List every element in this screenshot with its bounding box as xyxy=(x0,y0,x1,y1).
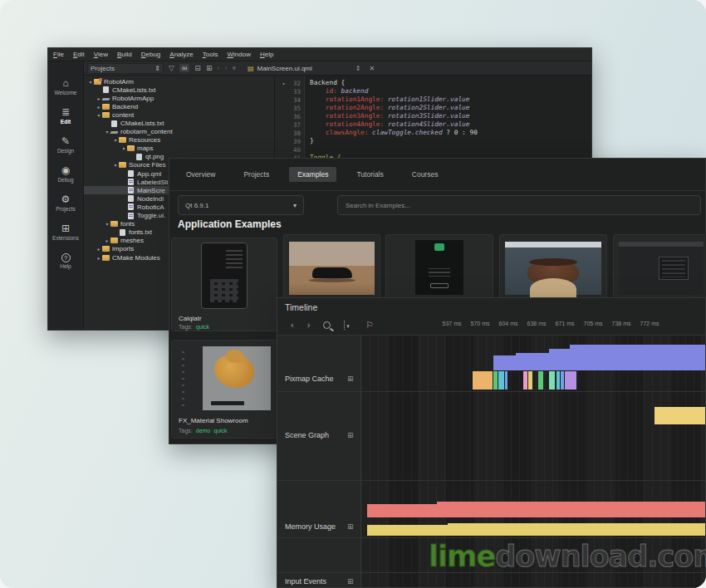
tag-quick[interactable]: quick xyxy=(213,428,227,434)
line-number: 32 xyxy=(287,80,304,87)
sidebar-item-help[interactable]: ? Help xyxy=(48,247,83,276)
sidebar-item-extensions[interactable]: ⊞ Extensions xyxy=(48,218,83,247)
tree-row-resources[interactable]: ▾ Resources xyxy=(84,136,274,145)
thumbnail-part xyxy=(430,283,449,288)
tree-row-backend[interactable]: ▸ Backend xyxy=(84,102,274,110)
tree-row-robotarm-content[interactable]: ▾ robotarm_content xyxy=(84,128,274,136)
example-card-calqlatr[interactable]: Calqlatr Tags:quick xyxy=(171,238,277,331)
pixmap-cache-load-bar xyxy=(516,353,549,370)
menu-item-view[interactable]: View xyxy=(94,51,108,58)
tree-arrow-icon[interactable]: ▸ xyxy=(96,104,102,110)
help-icon: ? xyxy=(61,253,71,262)
example-card-fx-material-showroom[interactable]: FX_Material Showroom Tags:demoquick xyxy=(171,340,277,439)
expand-row-icon[interactable]: ⊞ xyxy=(347,375,354,383)
zoom-icon[interactable] xyxy=(323,321,331,329)
mode-label: Help xyxy=(60,263,71,269)
split-minus-icon[interactable]: ⊟ xyxy=(194,64,201,72)
menu-item-tools[interactable]: Tools xyxy=(203,51,218,58)
thumbnail-part xyxy=(226,250,243,268)
menu-item-file[interactable]: File xyxy=(53,51,64,58)
gutter-row: 37 xyxy=(275,120,304,129)
tree-item-label: qt.png xyxy=(145,153,164,160)
expand-row-icon[interactable]: ⊞ xyxy=(347,522,354,531)
tree-row-robotarmapp[interactable]: ▸ RobotArmApp xyxy=(84,94,274,102)
tree-arrow-icon[interactable]: ▾ xyxy=(120,145,127,151)
fold-marker-icon[interactable]: ▾ xyxy=(280,81,287,86)
tab-tools: ⇕ ✕ xyxy=(355,65,375,72)
tab-overview[interactable]: Overview xyxy=(178,167,223,182)
tab-tutorials[interactable]: Tutorials xyxy=(348,167,391,182)
sidebar-item-projects[interactable]: ⚙ Projects xyxy=(48,189,83,218)
projects-selector[interactable]: Projects ⇕ xyxy=(87,63,164,74)
tree-item-icon xyxy=(102,112,110,118)
tab-examples[interactable]: Examples xyxy=(289,167,336,182)
menu-item-edit[interactable]: Edit xyxy=(73,51,85,58)
tag-demo[interactable]: demo xyxy=(196,428,211,434)
example-tags: Tags:quick xyxy=(179,324,209,330)
nav-dropdown-icon[interactable]: ▾ xyxy=(232,64,236,72)
tree-item-label: LabeledSli xyxy=(137,179,168,186)
tag-quick[interactable]: quick xyxy=(196,324,209,330)
tree-arrow-icon[interactable]: ▾ xyxy=(112,137,119,143)
tree-arrow-icon[interactable]: ▾ xyxy=(104,129,110,135)
menu-item-build[interactable]: Build xyxy=(117,51,132,58)
link-sync-icon[interactable]: ∞ xyxy=(179,64,189,72)
menu-item-help[interactable]: Help xyxy=(260,51,273,58)
tree-arrow-icon[interactable]: ▸ xyxy=(96,255,102,261)
timeline-next-icon[interactable]: › xyxy=(307,320,311,330)
menu-item-analyze[interactable]: Analyze xyxy=(169,51,193,58)
example-title: FX_Material Showroom xyxy=(179,417,248,424)
example-title: Calqlatr xyxy=(179,315,202,322)
editor-tab[interactable]: ▤ MainScreen.ui.qml xyxy=(248,65,312,72)
sidebar-item-debug[interactable]: ◉ Debug xyxy=(48,159,83,189)
sidebar-item-design[interactable]: ✎ Design xyxy=(48,130,83,159)
line-number: 36 xyxy=(287,113,304,120)
code-line: rotation4Angle: rotation4Slider.value xyxy=(310,120,478,129)
tree-row-content[interactable]: ▾ content xyxy=(84,110,274,119)
thumbnail-part xyxy=(211,401,244,405)
code-token: ? 0 : 90 xyxy=(443,129,478,136)
tree-row-cmakelists-txt[interactable]: CMakeLists.txt xyxy=(84,86,274,94)
flag-filter-icon[interactable]: ⚐ xyxy=(365,320,374,330)
mode-label: Extensions xyxy=(52,235,79,241)
tree-arrow-icon[interactable]: ▾ xyxy=(87,79,94,85)
tree-row-robotarm[interactable]: ▾ RobotArm xyxy=(84,77,274,86)
thumbnail-part xyxy=(226,350,244,363)
split-plus-icon[interactable]: ⊞ xyxy=(206,64,213,72)
pixmap-cache-event xyxy=(523,371,527,390)
tab-close-icon[interactable]: ✕ xyxy=(369,65,375,72)
menu-item-window[interactable]: Window xyxy=(227,51,250,58)
tree-row-cmakelists-txt[interactable]: CMakeLists.txt xyxy=(84,119,274,127)
tree-arrow-icon[interactable]: ▾ xyxy=(112,162,119,168)
timeline-prev-icon[interactable]: ‹ xyxy=(291,320,294,330)
code-line: id: backend xyxy=(310,87,478,96)
filter-icon[interactable]: ▽ xyxy=(169,64,174,72)
expand-row-icon[interactable]: ⊞ xyxy=(347,431,354,439)
pixmap-cache-event xyxy=(549,371,555,390)
tree-item-icon xyxy=(110,221,118,227)
gutter-row: 40 xyxy=(275,145,304,154)
menu-item-debug[interactable]: Debug xyxy=(141,51,161,58)
ide-toolbar: Projects ⇕ ▽ ∞ ⊟ ⊞ ‹ › ▾ ▤ MainScreen.ui… xyxy=(84,61,591,76)
nav-back-icon[interactable]: ‹ xyxy=(217,64,219,72)
tab-projects[interactable]: Projects xyxy=(235,167,277,182)
tree-arrow-icon[interactable]: ▸ xyxy=(96,246,102,252)
qt-version-dropdown[interactable]: Qt 6.9.1 ▾ xyxy=(178,195,304,215)
tree-row-maps[interactable]: ▾ maps xyxy=(84,145,274,153)
thumbnail-part xyxy=(662,260,685,279)
qt-version-value: Qt 6.9.1 xyxy=(185,202,208,209)
sidebar-item-edit[interactable]: ≣ Edit xyxy=(48,101,83,130)
tree-arrow-icon[interactable]: ▾ xyxy=(104,221,110,227)
tree-arrow-icon[interactable]: ▾ xyxy=(96,112,102,118)
tree-arrow-icon[interactable]: ▸ xyxy=(104,238,110,243)
sidebar-item-welcome[interactable]: ⌂ Welcome xyxy=(48,72,83,101)
tab-courses[interactable]: Courses xyxy=(404,167,447,182)
search-input[interactable] xyxy=(337,195,701,215)
memory-usage-bar xyxy=(367,504,437,517)
code-line xyxy=(310,145,478,154)
expand-row-icon[interactable]: ⊞ xyxy=(347,577,354,586)
gutter-row: 39 xyxy=(275,137,304,145)
nav-forward-icon[interactable]: › xyxy=(224,64,227,72)
tab-updown-icon[interactable]: ⇕ xyxy=(355,65,361,72)
range-select-icon[interactable] xyxy=(344,321,352,330)
